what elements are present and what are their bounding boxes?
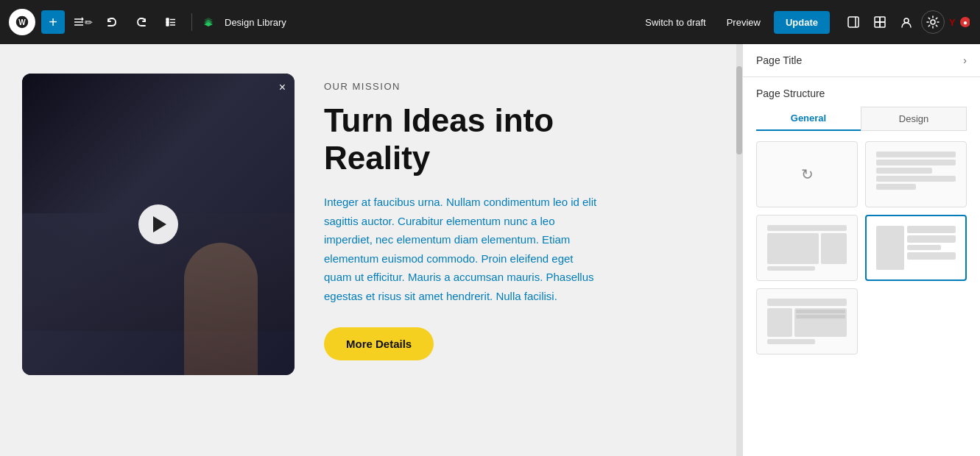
lp4-right bbox=[907, 226, 956, 270]
more-details-button[interactable]: More Details bbox=[324, 327, 434, 360]
design-library-label: Design Library bbox=[225, 17, 286, 28]
tab-design[interactable]: Design bbox=[861, 107, 967, 131]
svg-rect-15 bbox=[880, 22, 885, 27]
page-title-label: Page Title bbox=[756, 54, 802, 66]
layout-preview-right bbox=[876, 226, 955, 270]
layout-preview-sidebar bbox=[767, 299, 847, 344]
tab-general[interactable]: General bbox=[756, 107, 861, 131]
user-avatar-icon[interactable] bbox=[895, 10, 918, 34]
sidebar-toggle-button[interactable] bbox=[842, 10, 865, 34]
headline-line1: Turn Ideas into bbox=[324, 102, 554, 138]
layout-preview-rows bbox=[876, 152, 956, 197]
layout-item-3[interactable] bbox=[756, 215, 858, 281]
update-button[interactable]: Update bbox=[774, 11, 830, 34]
mission-label: OUR MISSION bbox=[324, 81, 720, 92]
svg-text:Y: Y bbox=[949, 17, 956, 28]
stackable-icon[interactable] bbox=[201, 15, 216, 29]
canvas-scrollbar[interactable] bbox=[736, 44, 742, 456]
headline-line2: Reality bbox=[324, 140, 430, 176]
content-block: OUR MISSION Turn Ideas into Reality Inte… bbox=[324, 74, 720, 360]
toolbar-divider-1 bbox=[191, 13, 192, 31]
preview-button[interactable]: Preview bbox=[719, 13, 768, 32]
svg-rect-12 bbox=[875, 17, 880, 22]
layout-preview-left bbox=[767, 225, 847, 271]
svg-point-17 bbox=[931, 20, 935, 24]
add-block-button[interactable]: + bbox=[41, 10, 65, 34]
page-structure-label: Page Structure bbox=[743, 77, 980, 99]
page-title-section[interactable]: Page Title › bbox=[743, 44, 980, 77]
play-button[interactable] bbox=[138, 204, 178, 244]
svg-rect-5 bbox=[166, 21, 169, 24]
headline: Turn Ideas into Reality bbox=[324, 102, 720, 177]
undo-button[interactable] bbox=[100, 10, 124, 34]
block-editor-icon[interactable] bbox=[868, 10, 892, 34]
settings-icon[interactable] bbox=[921, 10, 945, 34]
tabs-row: General Design bbox=[756, 107, 967, 131]
redo-button[interactable] bbox=[130, 10, 153, 34]
svg-rect-10 bbox=[848, 17, 859, 27]
lp4-left bbox=[876, 226, 904, 270]
svg-text:W: W bbox=[18, 18, 26, 26]
layout-item-2[interactable] bbox=[865, 141, 967, 207]
wordpress-logo[interactable]: W bbox=[9, 9, 35, 35]
refresh-icon: ↻ bbox=[801, 165, 814, 183]
main-area: × OUR MISSION Turn Ideas into Reality In… bbox=[0, 44, 980, 456]
right-panel: Page Title › Page Structure General Desi… bbox=[742, 44, 980, 456]
toolbar-right-icons: Y ● bbox=[842, 10, 971, 34]
layout-grid: ↻ bbox=[743, 131, 980, 365]
list-view-button[interactable] bbox=[159, 10, 183, 34]
svg-rect-6 bbox=[166, 24, 169, 26]
svg-point-16 bbox=[904, 18, 909, 23]
layout-item-1[interactable]: ↻ bbox=[756, 141, 858, 207]
layout-item-4[interactable] bbox=[865, 215, 967, 281]
video-close-button[interactable]: × bbox=[279, 81, 286, 94]
svg-rect-4 bbox=[166, 18, 169, 21]
video-block[interactable]: × bbox=[22, 74, 295, 375]
svg-rect-14 bbox=[875, 22, 880, 27]
svg-rect-13 bbox=[880, 17, 885, 22]
svg-text:●: ● bbox=[963, 18, 967, 26]
layout-item-5[interactable] bbox=[756, 288, 858, 355]
canvas-scrollbar-thumb[interactable] bbox=[736, 66, 742, 154]
body-text: Integer at faucibus urna. Nullam condime… bbox=[324, 193, 604, 305]
yoast-icon[interactable]: Y ● bbox=[948, 10, 971, 34]
canvas: × OUR MISSION Turn Ideas into Reality In… bbox=[0, 44, 742, 456]
chevron-right-icon: › bbox=[963, 54, 967, 66]
tools-icon[interactable]: ✏ bbox=[71, 10, 94, 34]
toolbar: W + ✏ bbox=[0, 0, 980, 44]
switch-to-draft-button[interactable]: Switch to draft bbox=[638, 13, 713, 32]
